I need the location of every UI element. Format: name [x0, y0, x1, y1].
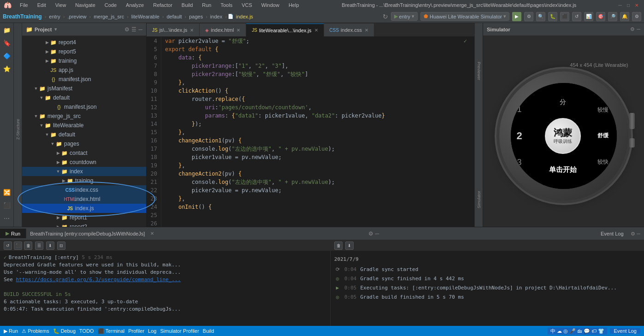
gradle-doc-link[interactable]: https://docs.gradle.org/6.3/userguide/co… — [16, 277, 181, 283]
status-debug-btn[interactable]: 🐛 Debug — [53, 328, 76, 334]
close-run-tab[interactable]: ✕ — [148, 231, 156, 236]
tree-item-index-html[interactable]: HTML index.html — [22, 195, 146, 204]
project-tool-btn[interactable]: 📁 — [2, 25, 12, 35]
run-config-dropdown[interactable]: ▶ entry ▾ — [391, 12, 418, 21]
nav-litewearable[interactable]: liteWearable — [130, 13, 161, 20]
run-panel-settings-icon[interactable]: ⚙ — [368, 230, 373, 237]
tree-item-index-js[interactable]: JS index.js — [22, 204, 146, 213]
tree-item-default2[interactable]: ▼ 📁 default — [22, 130, 146, 139]
refresh-icon[interactable]: ↻ — [383, 13, 388, 20]
tab-index-css[interactable]: CSS index.css ✕ — [324, 24, 374, 36]
settings-icon[interactable]: 🖮 — [577, 328, 582, 334]
tab-index-html[interactable]: ◈ index.html ✕ — [200, 24, 246, 36]
tree-item-index-css[interactable]: CSS index.css — [22, 185, 146, 195]
menu-window[interactable]: Window — [259, 2, 282, 8]
tree-item-report2[interactable]: ▶ 📁 report2 — [22, 222, 146, 227]
simulator-selector[interactable]: ⬟ Huawei Lite Wearable Simulator ▾ — [420, 12, 509, 21]
tree-item-training2[interactable]: ▶ 📁 training — [22, 176, 146, 185]
z-structure-tab[interactable]: Z-Structure — [15, 117, 21, 141]
tab-close-btn[interactable]: ✕ — [190, 28, 194, 33]
menu-view[interactable]: View — [53, 2, 69, 8]
panel-settings-icon[interactable]: ☰ — [131, 26, 136, 33]
menu-vcs[interactable]: VCS — [239, 2, 255, 8]
shirt-icon[interactable]: 👕 — [598, 328, 604, 334]
ime-icon[interactable]: 中 — [550, 328, 555, 335]
favorites-btn[interactable]: ⭐ — [2, 64, 12, 74]
status-run-btn[interactable]: ▶ Run — [4, 328, 18, 334]
close-button[interactable]: ✕ — [633, 1, 640, 9]
tree-item-litewearable[interactable]: ▼ 📁 liteWearable — [22, 121, 146, 130]
event-log-status[interactable]: Event Log — [610, 328, 640, 334]
tree-item-appjs[interactable]: JS app.js — [22, 65, 146, 75]
tree-item-training[interactable]: ▶ 📁 training — [22, 56, 146, 65]
event-scroll-btn[interactable]: ⬇ — [345, 242, 354, 250]
sim-settings-icon[interactable]: ⚙ — [630, 26, 635, 32]
tree-item-manifest2[interactable]: {} manifest.json — [22, 102, 146, 112]
status-profiler-btn[interactable]: Profiler — [128, 328, 144, 334]
code-content[interactable]: var picker2value = "舒缓"; ✓ export defaul… — [161, 37, 474, 227]
tree-item-merge-js-src[interactable]: ▼ 📁 merge_js_src — [22, 112, 146, 121]
event-clear-btn[interactable]: 🗑 — [334, 242, 343, 250]
app-menu-icon[interactable]: 🫁 — [4, 1, 12, 9]
menu-code[interactable]: Code — [102, 2, 119, 8]
build-settings-btn[interactable]: ⚙ — [524, 12, 533, 21]
scroll-to-end-btn[interactable]: ⬇ — [46, 242, 54, 250]
status-build-btn[interactable]: Build — [203, 328, 214, 334]
tree-item-countdown[interactable]: ▶ 📁 countdown — [22, 158, 146, 167]
debug-btn[interactable]: 🐛 — [548, 12, 557, 21]
clear-output-btn[interactable]: 🗑 — [24, 242, 32, 250]
run-panel-pin-icon[interactable]: ─ — [375, 230, 379, 237]
coverage-btn[interactable]: 🎯 — [596, 12, 605, 21]
structure-btn[interactable]: 🔷 — [2, 51, 12, 61]
search-everywhere-btn[interactable]: 🔍 — [536, 12, 545, 21]
tree-item-default[interactable]: ▼ 📁 default — [22, 93, 146, 102]
stop-run-btn[interactable]: ⬛ — [14, 242, 22, 250]
event-log-settings[interactable]: ⚙ — [631, 231, 635, 236]
settings-btn[interactable]: ⚙ — [632, 12, 641, 21]
notifications-btn[interactable]: 🔔 — [620, 12, 629, 21]
filter-btn[interactable]: ☰ — [35, 242, 43, 250]
tab-js-back[interactable]: JS js\...\index.js ✕ — [147, 24, 200, 36]
status-sim-profiler-btn[interactable]: Simulator Profiler — [160, 328, 199, 334]
git-btn[interactable]: 🔀 — [2, 187, 12, 197]
panel-dropdown-arrow[interactable]: ▾ — [54, 26, 57, 32]
tree-item-report1[interactable]: ▶ 📁 report1 — [22, 213, 146, 222]
terminal-btn[interactable]: ⬛ — [2, 200, 12, 210]
panel-sync-icon[interactable]: ⚙ — [124, 26, 130, 33]
tab-close-btn[interactable]: ✕ — [365, 28, 368, 33]
fold-btn[interactable]: ⊟ — [57, 242, 65, 250]
profile-btn[interactable]: 📊 — [584, 12, 593, 21]
watch-screen[interactable]: 1 2 3 分 鸿蒙 呼吸训练 — [511, 83, 617, 189]
restart-btn[interactable]: ↺ — [572, 12, 581, 21]
status-problems-btn[interactable]: ⚠ Problems — [22, 328, 49, 334]
tree-item-report4[interactable]: ▶ 📁 report4 — [22, 38, 146, 47]
minimize-button[interactable]: ─ — [616, 1, 624, 9]
event-log-close[interactable]: ─ — [637, 231, 644, 236]
nav-entry[interactable]: entry — [47, 13, 62, 20]
tab-close-btn[interactable]: ✕ — [314, 28, 318, 33]
nav-index[interactable]: index — [208, 13, 224, 20]
nav-index-js[interactable]: index.js — [234, 13, 255, 20]
menu-refactor[interactable]: Refactor — [150, 2, 175, 8]
preview-tab[interactable]: Previewer — [476, 60, 482, 82]
nav-default[interactable]: default — [165, 13, 183, 20]
find-btn[interactable]: 🔎 — [608, 12, 617, 21]
tree-item-manifest[interactable]: {} manifest.json — [22, 75, 146, 84]
status-log-btn[interactable]: Log — [148, 328, 156, 334]
chat-icon[interactable]: 💬 — [584, 328, 590, 334]
tag-icon[interactable]: 🏷 — [591, 328, 597, 334]
tree-item-index[interactable]: ▼ 📁 index — [22, 167, 146, 176]
tab-close-btn[interactable]: ✕ — [236, 28, 240, 33]
run-button[interactable]: ▶ — [512, 12, 521, 21]
stop-btn[interactable]: ⬛ — [560, 12, 569, 21]
nav-preview[interactable]: .preview — [66, 13, 89, 20]
status-todo-btn[interactable]: TODO — [79, 328, 94, 334]
network-icon[interactable]: ☁ — [557, 328, 562, 334]
more-btn[interactable]: ⋯ — [2, 213, 12, 223]
tab-litewearable-js[interactable]: JS liteWearable\...\index.js ✕ — [246, 24, 324, 36]
restart-run-btn[interactable]: ↺ — [4, 242, 12, 250]
menu-run[interactable]: Run — [199, 2, 214, 8]
menu-edit[interactable]: Edit — [35, 2, 49, 8]
menu-file[interactable]: File — [17, 2, 31, 8]
nav-merge-js-src[interactable]: merge_js_src — [92, 13, 126, 20]
